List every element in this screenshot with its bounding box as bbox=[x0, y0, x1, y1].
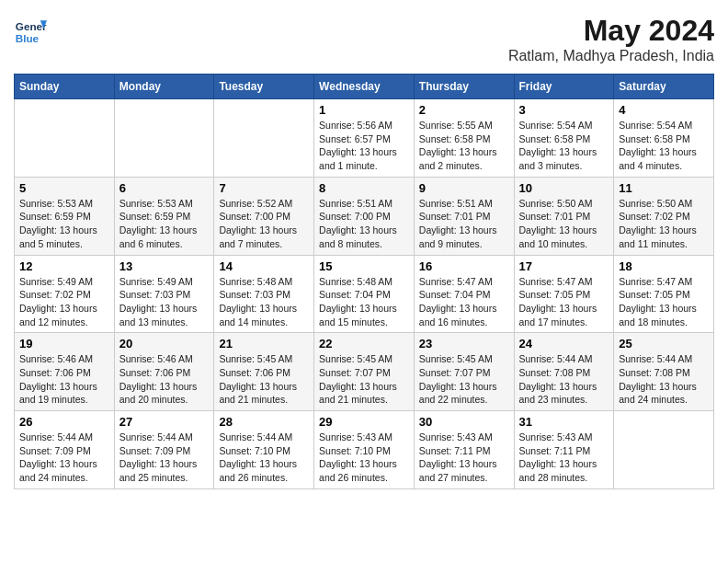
day-number: 30 bbox=[419, 415, 509, 429]
day-info: Sunrise: 5:53 AM Sunset: 6:59 PM Dayligh… bbox=[119, 197, 210, 251]
day-info: Sunrise: 5:47 AM Sunset: 7:05 PM Dayligh… bbox=[519, 275, 609, 329]
day-info: Sunrise: 5:46 AM Sunset: 7:06 PM Dayligh… bbox=[19, 352, 109, 407]
day-info: Sunrise: 5:44 AM Sunset: 7:08 PM Dayligh… bbox=[619, 352, 709, 407]
table-row: 15Sunrise: 5:48 AM Sunset: 7:04 PM Dayli… bbox=[314, 255, 415, 333]
day-number: 25 bbox=[619, 337, 709, 350]
day-number: 11 bbox=[619, 181, 709, 195]
day-info: Sunrise: 5:54 AM Sunset: 6:58 PM Dayligh… bbox=[619, 119, 709, 173]
table-row: 19Sunrise: 5:46 AM Sunset: 7:06 PM Dayli… bbox=[15, 333, 115, 411]
page-subtitle: Ratlam, Madhya Pradesh, India bbox=[508, 48, 714, 64]
calendar-week-row: 1Sunrise: 5:56 AM Sunset: 6:57 PM Daylig… bbox=[15, 99, 714, 178]
table-row: 4Sunrise: 5:54 AM Sunset: 6:58 PM Daylig… bbox=[614, 99, 714, 178]
day-info: Sunrise: 5:51 AM Sunset: 7:00 PM Dayligh… bbox=[319, 197, 409, 251]
table-row: 28Sunrise: 5:44 AM Sunset: 7:10 PM Dayli… bbox=[214, 411, 314, 489]
day-info: Sunrise: 5:45 AM Sunset: 7:06 PM Dayligh… bbox=[219, 352, 309, 407]
day-info: Sunrise: 5:48 AM Sunset: 7:03 PM Dayligh… bbox=[219, 275, 309, 329]
calendar-header-row: Sunday Monday Tuesday Wednesday Thursday… bbox=[15, 75, 714, 99]
day-number: 14 bbox=[219, 259, 309, 273]
table-row bbox=[614, 411, 714, 489]
page-header: General Blue May 2024 Ratlam, Madhya Pra… bbox=[14, 14, 714, 64]
col-sunday: Sunday bbox=[15, 75, 115, 99]
day-number: 3 bbox=[519, 103, 609, 117]
day-info: Sunrise: 5:47 AM Sunset: 7:04 PM Dayligh… bbox=[419, 275, 509, 329]
day-info: Sunrise: 5:51 AM Sunset: 7:01 PM Dayligh… bbox=[419, 197, 509, 251]
day-number: 10 bbox=[519, 181, 609, 195]
day-number: 8 bbox=[319, 181, 409, 195]
day-number: 26 bbox=[19, 415, 109, 429]
day-info: Sunrise: 5:45 AM Sunset: 7:07 PM Dayligh… bbox=[419, 352, 509, 407]
col-wednesday: Wednesday bbox=[314, 75, 415, 99]
day-number: 7 bbox=[219, 181, 309, 195]
table-row: 29Sunrise: 5:43 AM Sunset: 7:10 PM Dayli… bbox=[314, 411, 415, 489]
table-row: 31Sunrise: 5:43 AM Sunset: 7:11 PM Dayli… bbox=[514, 411, 614, 489]
day-number: 17 bbox=[519, 259, 609, 273]
table-row: 11Sunrise: 5:50 AM Sunset: 7:02 PM Dayli… bbox=[614, 177, 714, 255]
day-number: 21 bbox=[219, 337, 309, 350]
day-info: Sunrise: 5:44 AM Sunset: 7:10 PM Dayligh… bbox=[219, 431, 309, 485]
day-number: 29 bbox=[319, 415, 409, 429]
table-row bbox=[214, 99, 314, 178]
table-row: 7Sunrise: 5:52 AM Sunset: 7:00 PM Daylig… bbox=[214, 177, 314, 255]
table-row: 17Sunrise: 5:47 AM Sunset: 7:05 PM Dayli… bbox=[514, 255, 614, 333]
calendar-week-row: 5Sunrise: 5:53 AM Sunset: 6:59 PM Daylig… bbox=[15, 177, 714, 255]
calendar-week-row: 12Sunrise: 5:49 AM Sunset: 7:02 PM Dayli… bbox=[15, 255, 714, 333]
calendar-table: Sunday Monday Tuesday Wednesday Thursday… bbox=[14, 74, 714, 489]
day-number: 28 bbox=[219, 415, 309, 429]
day-info: Sunrise: 5:44 AM Sunset: 7:09 PM Dayligh… bbox=[19, 431, 109, 485]
day-number: 9 bbox=[419, 181, 509, 195]
col-monday: Monday bbox=[114, 75, 214, 99]
table-row: 5Sunrise: 5:53 AM Sunset: 6:59 PM Daylig… bbox=[15, 177, 115, 255]
day-info: Sunrise: 5:49 AM Sunset: 7:03 PM Dayligh… bbox=[119, 275, 210, 329]
day-info: Sunrise: 5:43 AM Sunset: 7:11 PM Dayligh… bbox=[419, 431, 509, 485]
table-row: 30Sunrise: 5:43 AM Sunset: 7:11 PM Dayli… bbox=[414, 411, 514, 489]
col-thursday: Thursday bbox=[414, 75, 514, 99]
day-info: Sunrise: 5:46 AM Sunset: 7:06 PM Dayligh… bbox=[119, 352, 210, 407]
table-row: 13Sunrise: 5:49 AM Sunset: 7:03 PM Dayli… bbox=[114, 255, 214, 333]
day-number: 27 bbox=[119, 415, 210, 429]
svg-text:Blue: Blue bbox=[16, 32, 40, 44]
table-row: 6Sunrise: 5:53 AM Sunset: 6:59 PM Daylig… bbox=[114, 177, 214, 255]
day-number: 22 bbox=[319, 337, 409, 350]
table-row: 20Sunrise: 5:46 AM Sunset: 7:06 PM Dayli… bbox=[114, 333, 214, 411]
page-title: May 2024 bbox=[508, 14, 714, 48]
logo: General Blue bbox=[14, 14, 47, 47]
day-number: 16 bbox=[419, 259, 509, 273]
day-number: 4 bbox=[619, 103, 709, 117]
day-number: 18 bbox=[619, 259, 709, 273]
day-info: Sunrise: 5:44 AM Sunset: 7:08 PM Dayligh… bbox=[519, 352, 609, 407]
day-number: 2 bbox=[419, 103, 509, 117]
day-number: 24 bbox=[519, 337, 609, 350]
table-row: 23Sunrise: 5:45 AM Sunset: 7:07 PM Dayli… bbox=[414, 333, 514, 411]
day-info: Sunrise: 5:55 AM Sunset: 6:58 PM Dayligh… bbox=[419, 119, 509, 173]
day-number: 1 bbox=[319, 103, 409, 117]
table-row: 21Sunrise: 5:45 AM Sunset: 7:06 PM Dayli… bbox=[214, 333, 314, 411]
day-number: 19 bbox=[19, 337, 109, 350]
day-info: Sunrise: 5:47 AM Sunset: 7:05 PM Dayligh… bbox=[619, 275, 709, 329]
day-number: 31 bbox=[519, 415, 609, 429]
table-row: 2Sunrise: 5:55 AM Sunset: 6:58 PM Daylig… bbox=[414, 99, 514, 178]
table-row bbox=[114, 99, 214, 178]
day-info: Sunrise: 5:50 AM Sunset: 7:02 PM Dayligh… bbox=[619, 197, 709, 251]
day-info: Sunrise: 5:45 AM Sunset: 7:07 PM Dayligh… bbox=[319, 352, 409, 407]
day-info: Sunrise: 5:43 AM Sunset: 7:10 PM Dayligh… bbox=[319, 431, 409, 485]
day-number: 20 bbox=[119, 337, 210, 350]
day-number: 23 bbox=[419, 337, 509, 350]
table-row: 24Sunrise: 5:44 AM Sunset: 7:08 PM Dayli… bbox=[514, 333, 614, 411]
table-row: 27Sunrise: 5:44 AM Sunset: 7:09 PM Dayli… bbox=[114, 411, 214, 489]
title-section: May 2024 Ratlam, Madhya Pradesh, India bbox=[508, 14, 714, 64]
day-number: 6 bbox=[119, 181, 210, 195]
logo-icon: General Blue bbox=[14, 14, 47, 47]
col-friday: Friday bbox=[514, 75, 614, 99]
day-info: Sunrise: 5:44 AM Sunset: 7:09 PM Dayligh… bbox=[119, 431, 210, 485]
table-row bbox=[15, 99, 115, 178]
table-row: 14Sunrise: 5:48 AM Sunset: 7:03 PM Dayli… bbox=[214, 255, 314, 333]
table-row: 10Sunrise: 5:50 AM Sunset: 7:01 PM Dayli… bbox=[514, 177, 614, 255]
table-row: 16Sunrise: 5:47 AM Sunset: 7:04 PM Dayli… bbox=[414, 255, 514, 333]
table-row: 18Sunrise: 5:47 AM Sunset: 7:05 PM Dayli… bbox=[614, 255, 714, 333]
table-row: 25Sunrise: 5:44 AM Sunset: 7:08 PM Dayli… bbox=[614, 333, 714, 411]
col-tuesday: Tuesday bbox=[214, 75, 314, 99]
day-info: Sunrise: 5:49 AM Sunset: 7:02 PM Dayligh… bbox=[19, 275, 109, 329]
table-row: 3Sunrise: 5:54 AM Sunset: 6:58 PM Daylig… bbox=[514, 99, 614, 178]
day-info: Sunrise: 5:53 AM Sunset: 6:59 PM Dayligh… bbox=[19, 197, 109, 251]
day-number: 5 bbox=[19, 181, 109, 195]
